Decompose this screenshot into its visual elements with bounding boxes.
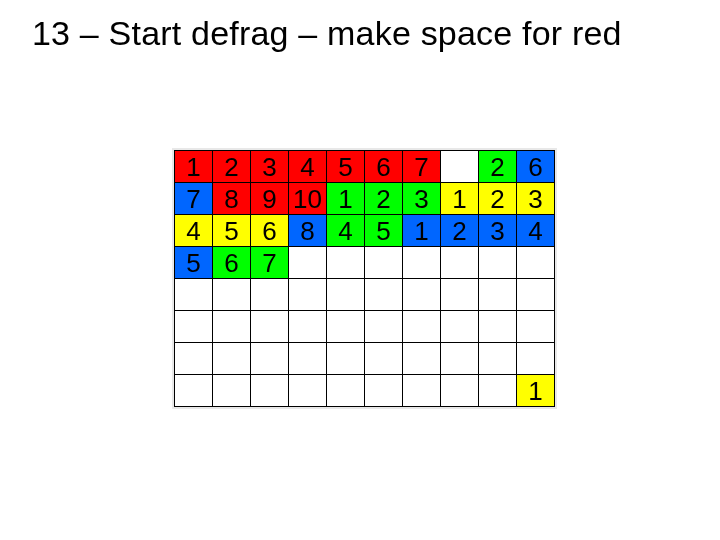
grid-cell bbox=[365, 247, 403, 279]
grid-cell: 3 bbox=[517, 183, 555, 215]
grid-cell: 4 bbox=[175, 215, 213, 247]
grid-cell bbox=[175, 279, 213, 311]
grid-cell bbox=[365, 311, 403, 343]
grid-cell: 4 bbox=[327, 215, 365, 247]
grid-cell: 8 bbox=[213, 183, 251, 215]
grid-cell: 4 bbox=[289, 151, 327, 183]
grid-cell: 8 bbox=[289, 215, 327, 247]
grid-cell bbox=[251, 311, 289, 343]
grid-cell bbox=[479, 279, 517, 311]
grid-cell bbox=[175, 375, 213, 407]
grid-row: 567 bbox=[175, 247, 555, 279]
grid-cell: 6 bbox=[213, 247, 251, 279]
grid-cell: 7 bbox=[251, 247, 289, 279]
grid-cell: 1 bbox=[441, 183, 479, 215]
grid-cell: 3 bbox=[403, 183, 441, 215]
grid-cell: 2 bbox=[479, 183, 517, 215]
grid-cell: 2 bbox=[479, 151, 517, 183]
grid-cell: 9 bbox=[251, 183, 289, 215]
grid-cell bbox=[441, 375, 479, 407]
grid-cell bbox=[479, 343, 517, 375]
grid-cell: 5 bbox=[213, 215, 251, 247]
grid-cell bbox=[441, 279, 479, 311]
grid-cell bbox=[175, 343, 213, 375]
grid-cell bbox=[517, 311, 555, 343]
grid-cell bbox=[365, 343, 403, 375]
grid-cell: 3 bbox=[479, 215, 517, 247]
grid-cell bbox=[213, 311, 251, 343]
grid-row: 78910123123 bbox=[175, 183, 555, 215]
grid-cell: 4 bbox=[517, 215, 555, 247]
grid-cell bbox=[403, 279, 441, 311]
grid-cell bbox=[517, 247, 555, 279]
grid-cell bbox=[327, 247, 365, 279]
grid-cell: 2 bbox=[365, 183, 403, 215]
defrag-grid: 1234567267891012312345684512345671 bbox=[172, 148, 557, 409]
grid-cell bbox=[403, 311, 441, 343]
grid-cell bbox=[251, 279, 289, 311]
grid-cell bbox=[479, 375, 517, 407]
defrag-grid-table: 1234567267891012312345684512345671 bbox=[174, 150, 555, 407]
grid-cell bbox=[289, 247, 327, 279]
grid-cell bbox=[365, 279, 403, 311]
grid-cell bbox=[175, 311, 213, 343]
grid-cell bbox=[517, 279, 555, 311]
grid-cell: 1 bbox=[175, 151, 213, 183]
grid-cell bbox=[289, 343, 327, 375]
grid-cell bbox=[251, 343, 289, 375]
grid-cell: 1 bbox=[517, 375, 555, 407]
grid-cell: 6 bbox=[517, 151, 555, 183]
grid-cell: 6 bbox=[251, 215, 289, 247]
grid-cell: 5 bbox=[365, 215, 403, 247]
grid-cell: 5 bbox=[327, 151, 365, 183]
grid-cell bbox=[479, 311, 517, 343]
grid-cell: 10 bbox=[289, 183, 327, 215]
grid-cell bbox=[213, 279, 251, 311]
grid-cell: 1 bbox=[403, 215, 441, 247]
grid-cell bbox=[365, 375, 403, 407]
grid-row bbox=[175, 279, 555, 311]
grid-cell bbox=[479, 247, 517, 279]
grid-cell bbox=[213, 343, 251, 375]
grid-cell: 3 bbox=[251, 151, 289, 183]
grid-cell bbox=[403, 247, 441, 279]
slide-title: 13 – Start defrag – make space for red bbox=[32, 14, 688, 53]
grid-cell bbox=[517, 343, 555, 375]
grid-cell: 2 bbox=[441, 215, 479, 247]
grid-cell bbox=[327, 311, 365, 343]
grid-cell bbox=[251, 375, 289, 407]
grid-row: 4568451234 bbox=[175, 215, 555, 247]
grid-cell: 7 bbox=[175, 183, 213, 215]
grid-row bbox=[175, 311, 555, 343]
grid-cell: 5 bbox=[175, 247, 213, 279]
grid-cell bbox=[441, 151, 479, 183]
grid-cell: 6 bbox=[365, 151, 403, 183]
grid-cell bbox=[327, 375, 365, 407]
grid-row: 123456726 bbox=[175, 151, 555, 183]
grid-cell bbox=[441, 247, 479, 279]
grid-cell: 2 bbox=[213, 151, 251, 183]
grid-row bbox=[175, 343, 555, 375]
grid-cell bbox=[213, 375, 251, 407]
grid-cell bbox=[403, 343, 441, 375]
grid-cell bbox=[289, 279, 327, 311]
grid-row: 1 bbox=[175, 375, 555, 407]
grid-cell bbox=[327, 279, 365, 311]
grid-cell: 7 bbox=[403, 151, 441, 183]
grid-cell bbox=[327, 343, 365, 375]
grid-cell bbox=[289, 375, 327, 407]
grid-cell bbox=[403, 375, 441, 407]
grid-cell bbox=[289, 311, 327, 343]
grid-cell: 1 bbox=[327, 183, 365, 215]
grid-cell bbox=[441, 343, 479, 375]
grid-cell bbox=[441, 311, 479, 343]
